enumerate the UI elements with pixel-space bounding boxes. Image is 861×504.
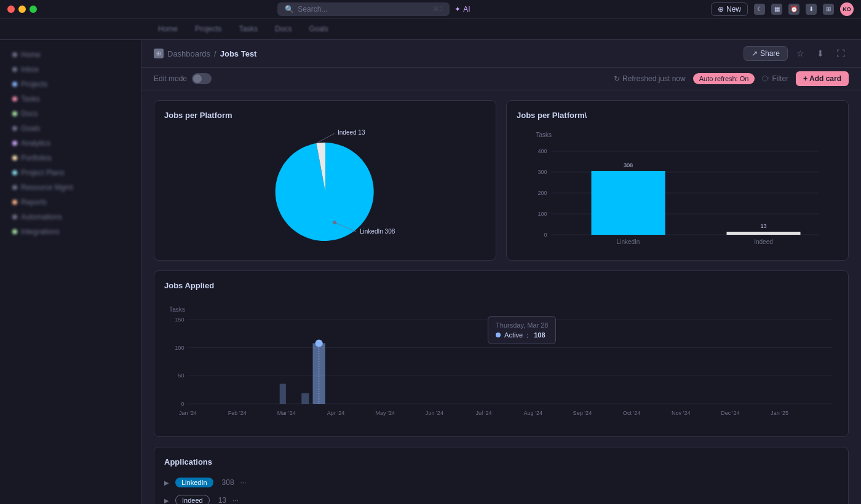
- sidebar-item-7[interactable]: Analytics: [5, 136, 136, 151]
- applications-card: Applications ▶ LinkedIn 308 ··· ▶ Indeed…: [154, 447, 849, 504]
- sidebar-item-3[interactable]: Projects: [5, 77, 136, 92]
- sidebar-item-5[interactable]: Docs: [5, 106, 136, 121]
- minimize-button[interactable]: [18, 6, 26, 13]
- linkedin-bar[interactable]: [592, 171, 665, 235]
- sidebar-label-4: Tasks: [21, 95, 40, 103]
- notifications-icon[interactable]: ☾: [754, 4, 765, 15]
- toggle-thumb: [193, 74, 202, 83]
- share-icon: ↗: [752, 49, 758, 58]
- sidebar-dot-12: [12, 215, 17, 219]
- avatar[interactable]: KO: [840, 2, 854, 16]
- indeed-more[interactable]: ···: [232, 496, 239, 504]
- x-jun24: Jun '24: [426, 410, 443, 416]
- sidebar-label-9: Project Plans: [21, 168, 65, 177]
- tab-4[interactable]: Docs: [268, 22, 299, 36]
- sidebar-item-13[interactable]: Integrations: [5, 224, 136, 239]
- ai-button[interactable]: ✦ AI: [454, 5, 470, 14]
- download-page-button[interactable]: ⬇: [813, 47, 828, 60]
- tab-2[interactable]: Projects: [188, 22, 229, 36]
- area-small-bump: [274, 384, 286, 404]
- y-tick-300: 300: [538, 169, 547, 175]
- sidebar-dot-2: [12, 67, 17, 72]
- x-label-linkedin: LinkedIn: [617, 238, 640, 245]
- sidebar-label-10: Resource Mgmt: [21, 183, 73, 192]
- sidebar-label-5: Docs: [21, 109, 38, 118]
- sidebar-item-8[interactable]: Portfolios: [5, 151, 136, 165]
- breadcrumb: ⊞ Dashboards / Jobs Test: [154, 49, 256, 58]
- sidebar-dot-5: [12, 111, 17, 116]
- star-button[interactable]: ☆: [793, 47, 808, 60]
- sidebar-item-10[interactable]: Resource Mgmt: [5, 180, 136, 195]
- sidebar-item-2[interactable]: Inbox: [5, 62, 136, 77]
- indeed-bar[interactable]: [727, 232, 801, 235]
- calendar-icon[interactable]: ▦: [771, 4, 782, 15]
- auto-refresh-button[interactable]: Auto refresh: On: [693, 73, 755, 84]
- search-bar[interactable]: 🔍 Search... ⌘J: [277, 2, 450, 16]
- linkedin-more[interactable]: ···: [240, 478, 247, 487]
- linkedin-bar-label: 308: [624, 162, 633, 168]
- expand-linkedin[interactable]: ▶: [164, 479, 169, 486]
- sidebar-label-8: Portfolios: [21, 154, 52, 162]
- share-button[interactable]: ↗ Share: [744, 46, 788, 61]
- sidebar-dot-11: [12, 200, 17, 205]
- sidebar-item-4[interactable]: Tasks: [5, 92, 136, 106]
- add-card-button[interactable]: + Add card: [796, 71, 849, 86]
- y-tick-400: 400: [538, 148, 547, 154]
- sidebar-label-3: Projects: [21, 80, 47, 89]
- sidebar: Home Inbox Projects Tasks Docs Goals: [0, 40, 141, 504]
- tab-3[interactable]: Tasks: [231, 22, 265, 36]
- indeed-bar-label: 13: [760, 223, 766, 229]
- pie-container: Indeed 13 LinkedIn 308: [164, 127, 486, 250]
- filter-button[interactable]: ⧂ Filter: [762, 74, 788, 83]
- x-label-indeed: Indeed: [754, 238, 773, 245]
- tab-1[interactable]: Home: [151, 22, 185, 36]
- pie-chart-title: Jobs per Platform: [164, 111, 486, 120]
- area-small-spike: [301, 393, 309, 404]
- maximize-button[interactable]: [30, 6, 37, 13]
- close-button[interactable]: [7, 6, 15, 13]
- grid-icon[interactable]: ⊞: [823, 4, 834, 15]
- search-shortcut: ⌘J: [433, 6, 442, 12]
- sidebar-item-1[interactable]: Home: [5, 47, 136, 62]
- edit-mode-toggle[interactable]: [192, 73, 212, 84]
- download-icon[interactable]: ⬇: [806, 4, 817, 15]
- traffic-lights: [7, 6, 37, 13]
- search-icon: 🔍: [285, 5, 294, 14]
- y-tick-100: 100: [538, 211, 547, 217]
- fullscreen-button[interactable]: ⛶: [833, 47, 849, 60]
- indeed-count: 13: [218, 496, 226, 504]
- ai-icon: ✦: [454, 5, 461, 14]
- sidebar-item-12[interactable]: Automations: [5, 210, 136, 224]
- app-row-indeed: ▶ Indeed 13 ···: [164, 491, 838, 504]
- breadcrumb-parent[interactable]: Dashboards: [167, 49, 210, 58]
- expand-indeed[interactable]: ▶: [164, 497, 169, 504]
- sidebar-item-9[interactable]: Project Plans: [5, 165, 136, 180]
- refresh-icon: ↻: [614, 74, 620, 83]
- linkedin-label: LinkedIn 308: [360, 228, 395, 235]
- filter-label: Filter: [772, 74, 788, 83]
- sidebar-label-2: Inbox: [21, 65, 39, 74]
- x-jan25: Jan '25: [771, 410, 788, 416]
- pie-chart-card: Jobs per Platform Indeed 13: [154, 100, 496, 261]
- sidebar-label-12: Automations: [21, 213, 62, 221]
- refresh-label: Refreshed just now: [622, 74, 686, 83]
- linkedin-tag[interactable]: LinkedIn: [175, 478, 213, 487]
- x-jul24: Jul '24: [476, 410, 492, 416]
- sidebar-dot-7: [12, 141, 17, 146]
- new-label: New: [726, 5, 741, 14]
- sidebar-item-6[interactable]: Goals: [5, 121, 136, 136]
- clock-icon[interactable]: ⏰: [788, 4, 800, 15]
- toolbar: Edit mode ↻ Refreshed just now Auto refr…: [141, 68, 861, 90]
- indeed-tag[interactable]: Indeed: [175, 495, 210, 504]
- x-aug24: Aug '24: [523, 410, 542, 416]
- tab-5[interactable]: Goals: [301, 22, 335, 36]
- page-header: ⊞ Dashboards / Jobs Test ↗ Share ☆ ⬇ ⛶: [141, 40, 861, 68]
- indeed-label: Indeed 13: [338, 129, 365, 136]
- sidebar-item-11[interactable]: Reports: [5, 195, 136, 210]
- y-tick-0: 0: [544, 232, 547, 238]
- content-area: ⊞ Dashboards / Jobs Test ↗ Share ☆ ⬇ ⛶ E…: [141, 40, 861, 504]
- new-button[interactable]: ⊕ New: [711, 2, 748, 16]
- sidebar-dot-10: [12, 185, 17, 190]
- x-mar24: Mar '24: [277, 410, 296, 416]
- edit-mode: Edit mode: [154, 73, 212, 84]
